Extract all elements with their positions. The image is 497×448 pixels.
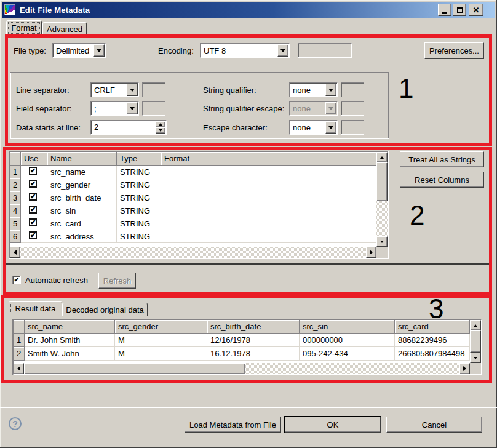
type-cell: STRING xyxy=(117,217,161,230)
preferences-button[interactable]: Preferences... xyxy=(424,42,484,59)
reset-columns-button[interactable]: Reset Columns xyxy=(400,172,484,188)
automatic-refresh-checkbox[interactable]: ✔ xyxy=(12,276,21,284)
file-type-dropdown-button[interactable] xyxy=(93,44,105,57)
string-qualifier-escape-label: String qualifier escape: xyxy=(203,101,284,116)
string-qualifier-dropdown-button[interactable] xyxy=(325,84,336,96)
data-starts-spinner[interactable]: 2 xyxy=(90,120,167,135)
row-num: 1 xyxy=(10,166,21,178)
column-header-type: Type xyxy=(117,152,161,166)
preview-cell: M xyxy=(115,347,207,361)
encoding-value: UTF 8 xyxy=(204,46,226,55)
encoding-custom-field xyxy=(298,43,352,58)
string-qualifier-combo[interactable]: none xyxy=(289,82,338,97)
scrollbar-thumb[interactable] xyxy=(376,162,388,201)
tab-format[interactable]: Format xyxy=(6,20,42,36)
table-row: 4 ✔ src_sin STRING xyxy=(10,204,388,217)
preview-header-src-gender: src_gender xyxy=(115,320,207,334)
format-cell xyxy=(161,217,376,230)
spin-up-button[interactable] xyxy=(156,121,165,127)
minimize-button[interactable] xyxy=(438,4,451,16)
use-checkbox[interactable]: ✔ xyxy=(29,167,37,175)
tab-result-data[interactable]: Result data xyxy=(9,301,62,316)
encoding-dropdown-button[interactable] xyxy=(277,44,288,57)
scroll-up-icon xyxy=(474,324,477,327)
preview-cell: 266805807984498 xyxy=(395,347,470,361)
scrollbar-thumb[interactable] xyxy=(470,330,481,353)
field-separator-dropdown-button[interactable] xyxy=(127,102,138,114)
string-qualifier-label: String qualifier: xyxy=(203,82,256,97)
help-button[interactable]: ? xyxy=(9,417,22,430)
line-separator-combo[interactable]: CRLF xyxy=(90,82,139,97)
scroll-left-button[interactable] xyxy=(14,363,24,374)
chevron-down-icon xyxy=(130,89,135,92)
scroll-down-icon xyxy=(474,357,477,359)
scroll-up-button[interactable] xyxy=(376,152,388,162)
row-num: 5 xyxy=(10,217,21,230)
scrollbar-thumb[interactable] xyxy=(24,363,245,374)
use-checkbox[interactable]: ✔ xyxy=(29,231,37,239)
string-qualifier-escape-combo: none xyxy=(289,101,338,116)
file-type-combo[interactable]: Delimited xyxy=(52,43,106,58)
preview-header-num xyxy=(14,320,25,334)
tab-advanced[interactable]: Advanced xyxy=(42,22,87,36)
line-separator-custom-field xyxy=(142,82,165,97)
annotation-number-2: 2 xyxy=(410,202,424,229)
scroll-down-button[interactable] xyxy=(376,236,388,247)
preview-cell: Dr. John Smith xyxy=(25,334,115,347)
escape-character-label: Escape character: xyxy=(203,120,268,135)
use-checkbox[interactable]: ✔ xyxy=(29,206,37,214)
load-metadata-button[interactable]: Load Metadata from File xyxy=(185,417,281,433)
chevron-down-icon xyxy=(280,49,285,52)
use-cell: ✔ xyxy=(21,217,47,230)
use-checkbox[interactable]: ✔ xyxy=(29,218,37,226)
preview-horizontal-scrollbar[interactable] xyxy=(14,363,470,374)
use-cell: ✔ xyxy=(21,230,47,243)
use-checkbox[interactable]: ✔ xyxy=(29,193,37,201)
ok-button[interactable]: OK xyxy=(285,417,381,433)
columns-horizontal-scrollbar[interactable] xyxy=(10,247,376,258)
scroll-right-icon xyxy=(370,250,373,255)
scroll-left-button[interactable] xyxy=(10,247,20,258)
scroll-left-icon xyxy=(17,366,20,371)
escape-character-dropdown-button[interactable] xyxy=(325,121,336,134)
close-button[interactable]: ✕ xyxy=(469,4,483,16)
use-cell: ✔ xyxy=(21,166,47,178)
preview-cell: 16.12.1978 xyxy=(207,347,300,361)
encoding-combo[interactable]: UTF 8 xyxy=(200,43,290,58)
column-header-name: Name xyxy=(47,152,117,166)
field-separator-label: Field separator: xyxy=(16,101,71,116)
chevron-down-icon xyxy=(328,107,333,110)
spin-down-button[interactable] xyxy=(156,127,165,134)
group-separator xyxy=(6,263,491,265)
close-icon: ✕ xyxy=(473,6,480,14)
scroll-right-button[interactable] xyxy=(366,247,376,258)
scroll-down-button[interactable] xyxy=(470,353,481,363)
type-cell: STRING xyxy=(117,166,161,178)
scroll-right-button[interactable] xyxy=(459,363,470,374)
escape-character-combo[interactable]: none xyxy=(289,120,338,135)
line-separator-dropdown-button[interactable] xyxy=(127,84,138,96)
annotation-number-1: 1 xyxy=(399,75,413,102)
use-cell: ✔ xyxy=(21,191,47,204)
format-cell xyxy=(161,166,376,178)
preview-vertical-scrollbar[interactable] xyxy=(470,320,481,363)
string-qualifier-custom-field xyxy=(341,82,364,97)
field-separator-combo[interactable]: ; xyxy=(90,101,139,116)
columns-vertical-scrollbar[interactable] xyxy=(376,152,388,247)
format-cell xyxy=(161,178,376,191)
preview-row: 1 Dr. John Smith M 12/16/1978 000000000 … xyxy=(14,334,481,347)
format-cell xyxy=(161,191,376,204)
chevron-down-icon xyxy=(328,89,333,92)
table-row: 1 ✔ src_name STRING xyxy=(10,166,388,178)
tab-decoded-original-data[interactable]: Decoded original data xyxy=(62,303,148,316)
app-icon xyxy=(4,4,15,15)
maximize-button[interactable] xyxy=(453,4,466,16)
treat-all-as-strings-button[interactable]: Treat All as Strings xyxy=(400,151,484,167)
scroll-up-button[interactable] xyxy=(470,320,481,330)
cancel-button[interactable]: Cancel xyxy=(386,417,482,433)
name-cell: src_name xyxy=(47,166,117,178)
use-checkbox[interactable]: ✔ xyxy=(29,180,37,188)
scroll-up-icon xyxy=(380,156,384,159)
name-cell: src_birth_date xyxy=(47,191,117,204)
name-cell: src_sin xyxy=(47,204,117,217)
